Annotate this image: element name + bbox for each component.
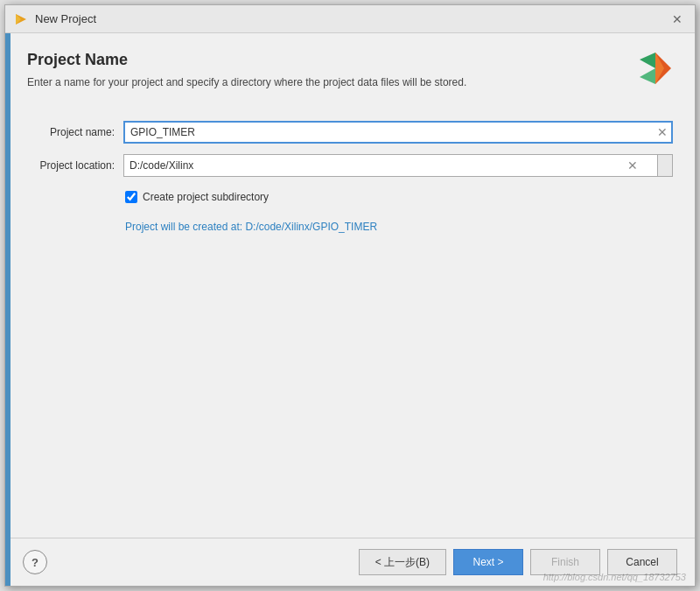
help-button[interactable]: ? <box>23 550 47 574</box>
bottom-left: ? <box>23 550 47 574</box>
create-subdirectory-label: Create project subdirectory <box>143 191 269 203</box>
vivado-logo <box>638 51 673 86</box>
close-button[interactable]: ✕ <box>668 11 686 28</box>
project-location-clear-button[interactable]: ✕ <box>624 157 641 174</box>
svg-marker-5 <box>640 68 655 84</box>
project-location-wrapper: ✕ <box>123 154 673 177</box>
app-icon <box>14 12 28 26</box>
project-name-clear-button[interactable]: ✕ <box>654 123 671 141</box>
back-button[interactable]: < 上一步(B) <box>359 549 446 575</box>
title-bar: New Project ✕ <box>5 5 695 33</box>
dialog-content: Project Name Enter a name for your proje… <box>5 33 695 538</box>
next-button[interactable]: Next > <box>453 549 523 575</box>
svg-marker-4 <box>640 53 655 68</box>
header-text: Project Name Enter a name for your proje… <box>27 51 629 88</box>
watermark: http://blog.csdn.net/qq_18732753 <box>543 572 686 582</box>
page-title: Project Name <box>27 51 629 69</box>
checkbox-row: Create project subdirectory <box>125 191 673 203</box>
new-project-dialog: New Project ✕ Project Name Enter a name … <box>4 4 696 587</box>
project-location-browse-button[interactable] <box>657 154 673 177</box>
header-section: Project Name Enter a name for your proje… <box>27 51 673 95</box>
create-subdirectory-checkbox[interactable] <box>125 191 137 203</box>
dialog-title: New Project <box>35 12 96 25</box>
logo-area <box>629 51 673 95</box>
project-name-label: Project name: <box>27 126 115 138</box>
page-subtitle: Enter a name for your project and specif… <box>27 76 552 88</box>
project-location-input[interactable] <box>123 154 673 177</box>
project-location-label: Project location: <box>27 159 115 172</box>
project-name-row: Project name: ✕ <box>27 121 673 144</box>
project-path-display: Project will be created at: D:/code/Xili… <box>125 221 673 233</box>
form-section: Project name: ✕ Project location: ✕ Crea… <box>27 121 673 233</box>
project-name-wrapper: ✕ <box>123 121 673 144</box>
title-bar-left: New Project <box>14 12 96 26</box>
project-location-row: Project location: ✕ <box>27 154 673 177</box>
project-name-input[interactable] <box>123 121 673 144</box>
